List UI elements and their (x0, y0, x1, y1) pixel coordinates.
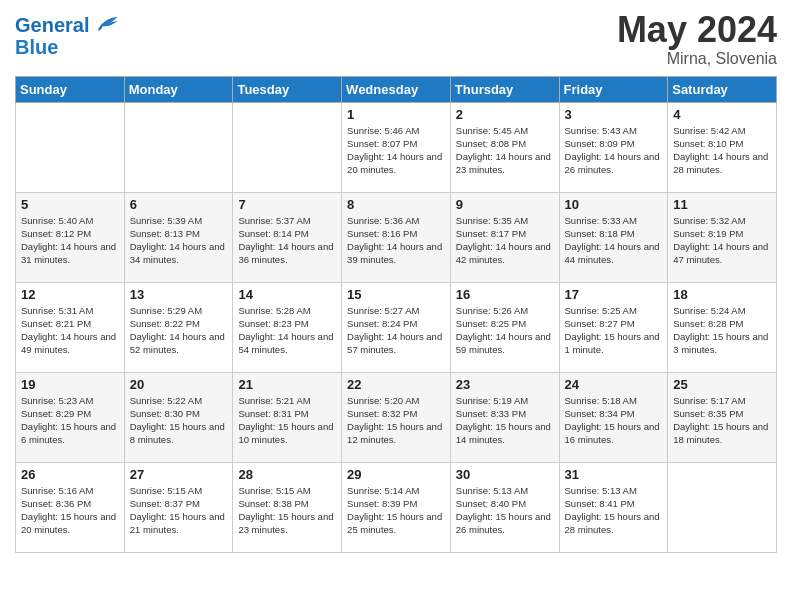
day-info: Sunrise: 5:15 AM Sunset: 8:38 PM Dayligh… (238, 484, 336, 537)
day-cell: 10Sunrise: 5:33 AM Sunset: 8:18 PM Dayli… (559, 192, 668, 282)
logo-blue: Blue (15, 36, 119, 58)
day-info: Sunrise: 5:46 AM Sunset: 8:07 PM Dayligh… (347, 124, 445, 177)
day-number: 19 (21, 377, 119, 392)
day-cell: 22Sunrise: 5:20 AM Sunset: 8:32 PM Dayli… (342, 372, 451, 462)
day-number: 5 (21, 197, 119, 212)
day-cell: 11Sunrise: 5:32 AM Sunset: 8:19 PM Dayli… (668, 192, 777, 282)
day-cell: 12Sunrise: 5:31 AM Sunset: 8:21 PM Dayli… (16, 282, 125, 372)
day-info: Sunrise: 5:45 AM Sunset: 8:08 PM Dayligh… (456, 124, 554, 177)
month-year: May 2024 (617, 10, 777, 50)
header: General Blue May 2024 Mirna, Slovenia (15, 10, 777, 68)
day-cell: 3Sunrise: 5:43 AM Sunset: 8:09 PM Daylig… (559, 102, 668, 192)
day-number: 25 (673, 377, 771, 392)
day-number: 16 (456, 287, 554, 302)
day-header-tuesday: Tuesday (233, 76, 342, 102)
day-cell (668, 462, 777, 552)
week-row-1: 1Sunrise: 5:46 AM Sunset: 8:07 PM Daylig… (16, 102, 777, 192)
day-number: 2 (456, 107, 554, 122)
day-cell: 4Sunrise: 5:42 AM Sunset: 8:10 PM Daylig… (668, 102, 777, 192)
day-number: 27 (130, 467, 228, 482)
day-info: Sunrise: 5:18 AM Sunset: 8:34 PM Dayligh… (565, 394, 663, 447)
week-row-5: 26Sunrise: 5:16 AM Sunset: 8:36 PM Dayli… (16, 462, 777, 552)
day-info: Sunrise: 5:32 AM Sunset: 8:19 PM Dayligh… (673, 214, 771, 267)
logo-text: General (15, 14, 119, 36)
day-cell: 26Sunrise: 5:16 AM Sunset: 8:36 PM Dayli… (16, 462, 125, 552)
day-cell: 15Sunrise: 5:27 AM Sunset: 8:24 PM Dayli… (342, 282, 451, 372)
day-info: Sunrise: 5:13 AM Sunset: 8:40 PM Dayligh… (456, 484, 554, 537)
day-cell: 17Sunrise: 5:25 AM Sunset: 8:27 PM Dayli… (559, 282, 668, 372)
day-header-monday: Monday (124, 76, 233, 102)
week-row-3: 12Sunrise: 5:31 AM Sunset: 8:21 PM Dayli… (16, 282, 777, 372)
day-info: Sunrise: 5:27 AM Sunset: 8:24 PM Dayligh… (347, 304, 445, 357)
day-cell: 14Sunrise: 5:28 AM Sunset: 8:23 PM Dayli… (233, 282, 342, 372)
day-info: Sunrise: 5:13 AM Sunset: 8:41 PM Dayligh… (565, 484, 663, 537)
day-number: 20 (130, 377, 228, 392)
day-number: 15 (347, 287, 445, 302)
day-number: 22 (347, 377, 445, 392)
day-cell: 24Sunrise: 5:18 AM Sunset: 8:34 PM Dayli… (559, 372, 668, 462)
day-number: 18 (673, 287, 771, 302)
day-number: 13 (130, 287, 228, 302)
day-number: 24 (565, 377, 663, 392)
day-number: 7 (238, 197, 336, 212)
day-info: Sunrise: 5:42 AM Sunset: 8:10 PM Dayligh… (673, 124, 771, 177)
day-number: 29 (347, 467, 445, 482)
day-info: Sunrise: 5:28 AM Sunset: 8:23 PM Dayligh… (238, 304, 336, 357)
day-number: 28 (238, 467, 336, 482)
day-info: Sunrise: 5:17 AM Sunset: 8:35 PM Dayligh… (673, 394, 771, 447)
day-number: 9 (456, 197, 554, 212)
day-info: Sunrise: 5:21 AM Sunset: 8:31 PM Dayligh… (238, 394, 336, 447)
day-info: Sunrise: 5:19 AM Sunset: 8:33 PM Dayligh… (456, 394, 554, 447)
calendar-page: General Blue May 2024 Mirna, Slovenia Su… (0, 0, 792, 612)
day-number: 12 (21, 287, 119, 302)
day-cell: 21Sunrise: 5:21 AM Sunset: 8:31 PM Dayli… (233, 372, 342, 462)
day-cell: 20Sunrise: 5:22 AM Sunset: 8:30 PM Dayli… (124, 372, 233, 462)
day-cell: 1Sunrise: 5:46 AM Sunset: 8:07 PM Daylig… (342, 102, 451, 192)
day-cell: 28Sunrise: 5:15 AM Sunset: 8:38 PM Dayli… (233, 462, 342, 552)
day-info: Sunrise: 5:25 AM Sunset: 8:27 PM Dayligh… (565, 304, 663, 357)
day-number: 17 (565, 287, 663, 302)
day-number: 8 (347, 197, 445, 212)
day-number: 4 (673, 107, 771, 122)
day-info: Sunrise: 5:26 AM Sunset: 8:25 PM Dayligh… (456, 304, 554, 357)
day-number: 6 (130, 197, 228, 212)
day-cell: 30Sunrise: 5:13 AM Sunset: 8:40 PM Dayli… (450, 462, 559, 552)
days-header-row: SundayMondayTuesdayWednesdayThursdayFrid… (16, 76, 777, 102)
day-info: Sunrise: 5:36 AM Sunset: 8:16 PM Dayligh… (347, 214, 445, 267)
day-info: Sunrise: 5:14 AM Sunset: 8:39 PM Dayligh… (347, 484, 445, 537)
day-number: 23 (456, 377, 554, 392)
day-number: 3 (565, 107, 663, 122)
day-cell: 9Sunrise: 5:35 AM Sunset: 8:17 PM Daylig… (450, 192, 559, 282)
day-info: Sunrise: 5:23 AM Sunset: 8:29 PM Dayligh… (21, 394, 119, 447)
day-info: Sunrise: 5:37 AM Sunset: 8:14 PM Dayligh… (238, 214, 336, 267)
day-info: Sunrise: 5:24 AM Sunset: 8:28 PM Dayligh… (673, 304, 771, 357)
day-header-saturday: Saturday (668, 76, 777, 102)
day-cell (233, 102, 342, 192)
day-info: Sunrise: 5:33 AM Sunset: 8:18 PM Dayligh… (565, 214, 663, 267)
day-header-wednesday: Wednesday (342, 76, 451, 102)
day-cell (124, 102, 233, 192)
day-info: Sunrise: 5:16 AM Sunset: 8:36 PM Dayligh… (21, 484, 119, 537)
day-number: 21 (238, 377, 336, 392)
logo-general: General (15, 14, 89, 36)
day-number: 14 (238, 287, 336, 302)
day-cell: 6Sunrise: 5:39 AM Sunset: 8:13 PM Daylig… (124, 192, 233, 282)
day-number: 1 (347, 107, 445, 122)
day-cell: 18Sunrise: 5:24 AM Sunset: 8:28 PM Dayli… (668, 282, 777, 372)
day-number: 11 (673, 197, 771, 212)
day-number: 30 (456, 467, 554, 482)
day-cell: 5Sunrise: 5:40 AM Sunset: 8:12 PM Daylig… (16, 192, 125, 282)
location: Mirna, Slovenia (617, 50, 777, 68)
day-info: Sunrise: 5:29 AM Sunset: 8:22 PM Dayligh… (130, 304, 228, 357)
day-cell: 19Sunrise: 5:23 AM Sunset: 8:29 PM Dayli… (16, 372, 125, 462)
day-cell: 29Sunrise: 5:14 AM Sunset: 8:39 PM Dayli… (342, 462, 451, 552)
day-number: 26 (21, 467, 119, 482)
day-info: Sunrise: 5:31 AM Sunset: 8:21 PM Dayligh… (21, 304, 119, 357)
day-cell: 27Sunrise: 5:15 AM Sunset: 8:37 PM Dayli… (124, 462, 233, 552)
day-number: 10 (565, 197, 663, 212)
day-info: Sunrise: 5:22 AM Sunset: 8:30 PM Dayligh… (130, 394, 228, 447)
day-cell (16, 102, 125, 192)
week-row-2: 5Sunrise: 5:40 AM Sunset: 8:12 PM Daylig… (16, 192, 777, 282)
day-info: Sunrise: 5:20 AM Sunset: 8:32 PM Dayligh… (347, 394, 445, 447)
logo: General Blue (15, 14, 119, 58)
